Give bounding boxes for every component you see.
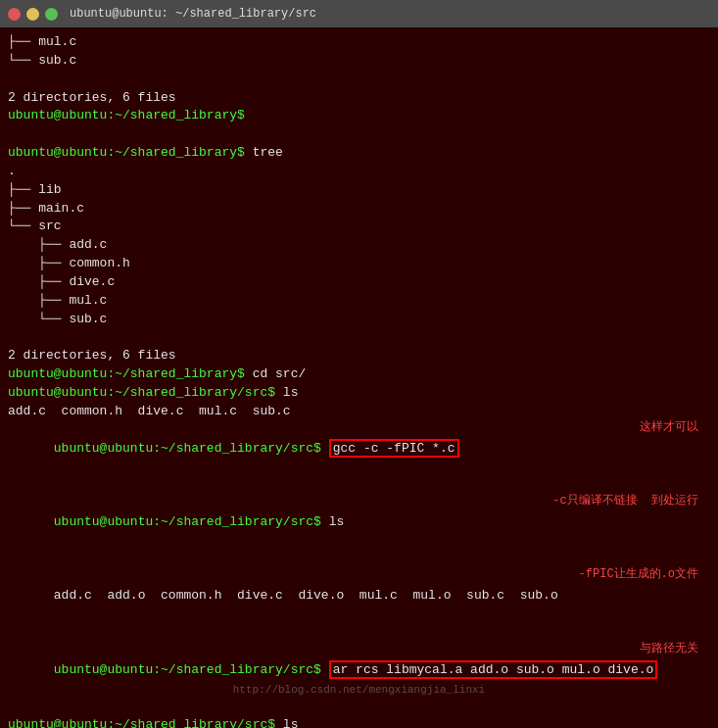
window-title: ubuntu@ubuntu: ~/shared_library/src [70,7,316,21]
annotation-fpic: -fPIC让生成的.o文件 [579,566,698,583]
prompt: ubuntu@ubuntu:~/shared_library/src$ [8,717,283,728]
line: └── sub.c [8,311,710,329]
prompt: ubuntu@ubuntu:~/shared_library$ [8,366,253,381]
line: add.c common.h dive.c mul.c sub.c [8,403,710,421]
command: ls [283,385,299,400]
command: tree [253,145,283,160]
title-bar: ubuntu@ubuntu: ~/shared_library/src [0,0,718,27]
prompt: ubuntu@ubuntu:~/shared_library/src$ [54,441,329,456]
terminal-content: ├── mul.c └── sub.c 2 directories, 6 fil… [0,27,718,728]
maximize-button[interactable] [45,8,58,21]
line: ubuntu@ubuntu:~/shared_library/src$ ls [8,384,710,403]
command: ls [329,514,345,529]
line: 2 directories, 6 files [8,347,710,365]
line: ubuntu@ubuntu:~/shared_library$ tree [8,144,710,163]
line: ubuntu@ubuntu:~/shared_library$ cd src/ [8,365,710,384]
gcc-line: ubuntu@ubuntu:~/shared_library/src$ gcc … [8,421,710,495]
line: ├── add.c [8,236,710,255]
command: ar rcs libmycal.a add.o sub.o mul.o dive… [329,660,658,679]
prompt: ubuntu@ubuntu:~/shared_library/src$ [54,662,329,677]
watermark: http://blog.csdn.net/mengxiangjia_linxi [233,683,485,699]
line: . [8,163,710,181]
line: ├── dive.c [8,273,710,292]
prompt: ubuntu@ubuntu:~/shared_library$ [8,108,253,122]
prompt: ubuntu@ubuntu:~/shared_library$ [8,145,253,160]
line: ├── mul.c [8,292,710,311]
minimize-button[interactable] [26,8,39,21]
line [8,125,710,144]
annotation-c-compile: 这样才可以 [640,419,698,436]
prompt: ubuntu@ubuntu:~/shared_library/src$ [54,514,329,529]
line: ├── common.h [8,255,710,273]
annotation-c-flag: -c只编译不链接 到处运行 [552,493,698,510]
line: ubuntu@ubuntu:~/shared_library/src$ ls [8,716,710,728]
line: ├── lib [8,181,710,200]
line: └── src [8,218,710,236]
ar-line: ubuntu@ubuntu:~/shared_library/src$ ar r… [8,643,710,716]
annotation-path: 与路径无关 [640,641,698,657]
line: ├── main.c [8,200,710,218]
line: add.c add.o common.h dive.c dive.o mul.c… [8,568,710,642]
line [8,329,710,348]
line: 2 directories, 6 files [8,89,710,108]
close-button[interactable] [8,8,21,21]
command: gcc -c -fPIC *.c [329,439,459,458]
prompt: ubuntu@ubuntu:~/shared_library/src$ [8,385,283,400]
terminal-window: ubuntu@ubuntu: ~/shared_library/src ├── … [0,0,718,728]
command: ls [283,717,299,728]
line: └── sub.c [8,52,710,71]
line: ubuntu@ubuntu:~/shared_library/src$ ls -… [8,495,710,568]
line [8,71,710,89]
command: cd src/ [253,366,307,381]
line: ubuntu@ubuntu:~/shared_library$ [8,107,710,125]
ls-output: add.c add.o common.h dive.c dive.o mul.c… [54,588,558,603]
line: ├── mul.c [8,33,710,52]
